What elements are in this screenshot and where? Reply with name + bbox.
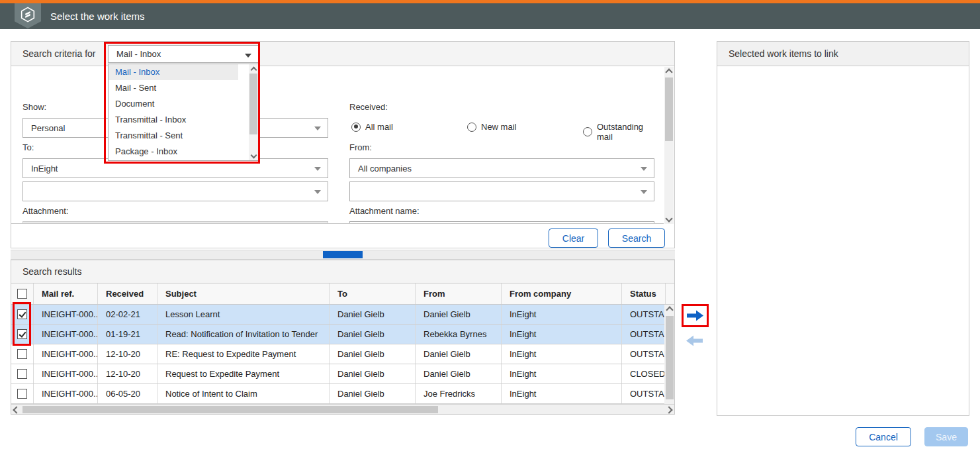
work-item-type-select[interactable]: Mail - Inbox [108, 45, 259, 63]
radio-all-mail[interactable]: All mail [351, 122, 393, 132]
clear-button[interactable]: Clear [549, 228, 598, 248]
cell-mail-ref: INEIGHT-000... [34, 364, 98, 383]
select-all-checkbox[interactable] [17, 289, 27, 299]
type-option-transmittal-inbox[interactable]: Transmittal - Inbox [109, 112, 238, 128]
listbox-scrollbar[interactable] [249, 64, 258, 160]
type-option-mail-inbox[interactable]: Mail - Inbox [109, 64, 238, 80]
selected-panel-header: Selected work items to link [717, 42, 969, 66]
from-label: From: [349, 142, 372, 152]
scrollbar-thumb[interactable] [249, 74, 257, 134]
attachment-name-select[interactable]: Contains [349, 221, 654, 224]
cell-received: 12-10-20 [98, 344, 157, 364]
move-right-button[interactable] [687, 310, 704, 321]
scrollbar-thumb[interactable] [323, 251, 363, 258]
radio-outstanding-mail[interactable]: Outstanding mail [583, 122, 656, 142]
cell-from-company: InEight [502, 364, 622, 383]
from-secondary-select[interactable] [349, 181, 654, 201]
column-header-from-company[interactable]: From company [502, 283, 622, 304]
column-header-status[interactable]: Status [622, 283, 666, 304]
cell-to: Daniel Gielb [330, 325, 416, 344]
scroll-up-button[interactable] [664, 306, 674, 314]
table-row[interactable]: INEIGHT-000...06-05-20Notice of Intent t… [11, 384, 674, 404]
chevron-down-icon [245, 54, 251, 58]
scroll-down-button[interactable] [249, 152, 258, 158]
table-row[interactable]: INEIGHT-000...01-19-21Read: Notification… [11, 325, 674, 344]
row-checkbox-cell [11, 364, 34, 383]
chevron-up-icon [666, 306, 673, 313]
scroll-right-button[interactable] [664, 405, 674, 415]
chevron-down-icon [641, 167, 647, 171]
show-label: Show: [22, 102, 46, 112]
move-left-button[interactable] [686, 335, 703, 346]
cell-status: CLOSED-OUT [622, 364, 666, 383]
scrollbar-thumb[interactable] [665, 77, 673, 141]
row-checkbox-cell [11, 344, 34, 364]
to-select[interactable]: InEight [22, 158, 328, 178]
row-checkbox[interactable] [17, 329, 27, 339]
row-checkbox-cell [11, 305, 34, 324]
results-table-body: INEIGHT-000...02-02-21Lesson LearntDanie… [11, 305, 674, 404]
received-radio-group: All mailNew mailOutstanding mail [351, 122, 656, 134]
column-header-received[interactable]: Received [98, 283, 157, 304]
type-option-transmittal-sent[interactable]: Transmittal - Sent [109, 128, 238, 144]
column-header-subject[interactable]: Subject [157, 283, 330, 304]
row-checkbox[interactable] [17, 369, 27, 379]
cell-subject: Notice of Intent to Claim [157, 384, 330, 403]
type-option-document[interactable]: Document [109, 96, 238, 112]
attachment-select: Contains [22, 221, 328, 224]
cell-from: Joe Fredricks [416, 384, 502, 403]
results-panel-header: Search results [11, 260, 674, 283]
results-vertical-scrollbar[interactable] [664, 305, 674, 404]
row-checkbox[interactable] [17, 349, 27, 359]
scroll-left-button[interactable] [11, 405, 22, 415]
scrollbar-thumb[interactable] [666, 316, 674, 399]
cell-to: Daniel Gielb [330, 364, 416, 383]
cell-status: OUTSTANDING [622, 384, 666, 403]
save-button[interactable]: Save [924, 427, 968, 446]
cell-from: Rebekka Byrnes [416, 325, 502, 344]
type-option-package-inbox[interactable]: Package - Inbox [109, 144, 238, 160]
table-row[interactable]: INEIGHT-000...02-02-21Lesson LearntDanie… [11, 305, 674, 325]
cell-subject: Request to Expedite Payment [157, 364, 330, 383]
cell-status: OUTSTANDING [622, 325, 666, 344]
work-item-type-listbox: Mail - InboxMail - SentDocumentTransmitt… [108, 64, 259, 161]
results-table-header: Mail ref.ReceivedSubjectToFromFrom compa… [11, 283, 674, 305]
cell-status: OUTSTANDING [622, 344, 666, 364]
cell-from: Daniel Gielb [416, 344, 502, 364]
to-secondary-select[interactable] [22, 181, 328, 201]
criteria-vertical-scrollbar[interactable] [664, 67, 674, 224]
cell-subject: Lesson Learnt [157, 305, 330, 324]
to-label: To: [22, 142, 34, 152]
table-row[interactable]: INEIGHT-000...12-10-20RE: Request to Exp… [11, 344, 674, 364]
cell-to: Daniel Gielb [330, 344, 416, 364]
selected-panel-title: Selected work items to link [729, 48, 838, 59]
search-results-panel: Search results Mail ref.ReceivedSubjectT… [11, 260, 675, 415]
column-header-to[interactable]: To [330, 283, 416, 304]
cell-to: Daniel Gielb [330, 384, 416, 403]
criteria-horizontal-scrollbar[interactable] [11, 250, 675, 260]
scroll-down-button[interactable] [664, 215, 674, 223]
ineight-hexagon-icon [19, 6, 36, 23]
results-horizontal-scrollbar[interactable] [11, 404, 674, 414]
cell-from-company: InEight [502, 305, 622, 324]
type-option-mail-sent[interactable]: Mail - Sent [109, 80, 238, 96]
from-select[interactable]: All companies [349, 158, 654, 178]
column-header-from[interactable]: From [416, 283, 502, 304]
chevron-down-icon [665, 215, 672, 222]
scroll-up-button[interactable] [249, 66, 258, 73]
cell-from-company: InEight [502, 384, 622, 403]
page-title: Select the work items [50, 3, 145, 29]
search-button[interactable]: Search [608, 228, 665, 248]
results-panel-title: Search results [22, 266, 81, 277]
radio-new-mail[interactable]: New mail [467, 122, 516, 132]
table-row[interactable]: INEIGHT-000...12-10-20Request to Expedit… [11, 364, 674, 384]
cancel-button[interactable]: Cancel [856, 427, 911, 446]
chevron-up-icon [250, 66, 257, 73]
attachment-label: Attachment: [22, 206, 68, 216]
scroll-up-button[interactable] [664, 68, 674, 76]
row-checkbox[interactable] [17, 389, 27, 399]
select-all-cell [11, 283, 34, 304]
row-checkbox[interactable] [17, 309, 27, 319]
column-header-mail-ref[interactable]: Mail ref. [34, 283, 98, 304]
scrollbar-thumb[interactable] [22, 406, 438, 413]
